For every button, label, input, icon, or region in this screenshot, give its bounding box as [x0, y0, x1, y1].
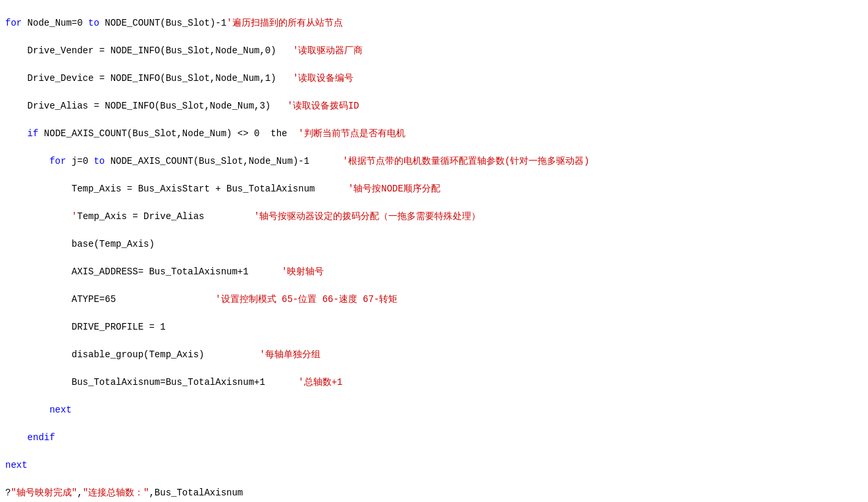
line-16: endif — [5, 431, 863, 445]
line-1: for Node_Num=0 to NODE_COUNT(Bus_Slot)-1… — [5, 16, 863, 30]
line-13: disable_group(Temp_Axis) '每轴单独分组 — [5, 348, 863, 362]
line-6: for j=0 to NODE_AXIS_COUNT(Bus_Slot,Node… — [5, 155, 863, 168]
code-editor: for Node_Num=0 to NODE_COUNT(Bus_Slot)-1… — [0, 0, 868, 502]
line-10: AXIS_ADDRESS= Bus_TotalAxisnum+1 '映射轴号 — [5, 265, 863, 279]
line-18: ?"轴号映射完成","连接总轴数：",Bus_TotalAxisnum — [5, 486, 863, 500]
line-7: Temp_Axis = Bus_AxisStart + Bus_TotalAxi… — [5, 182, 863, 196]
line-15: next — [5, 403, 863, 417]
line-14: Bus_TotalAxisnum=Bus_TotalAxisnum+1 '总轴数… — [5, 376, 863, 389]
line-5: if NODE_AXIS_COUNT(Bus_Slot,Node_Num) <>… — [5, 127, 863, 141]
line-3: Drive_Device = NODE_INFO(Bus_Slot,Node_N… — [5, 72, 863, 86]
line-8: 'Temp_Axis = Drive_Alias '轴号按驱动器设定的拨码分配（… — [5, 210, 863, 224]
line-12: DRIVE_PROFILE = 1 — [5, 320, 863, 334]
line-17: next — [5, 459, 863, 472]
line-2: Drive_Vender = NODE_INFO(Bus_Slot,Node_N… — [5, 44, 863, 58]
line-4: Drive_Alias = NODE_INFO(Bus_Slot,Node_Nu… — [5, 99, 863, 113]
line-9: base(Temp_Axis) — [5, 238, 863, 251]
line-11: ATYPE=65 '设置控制模式 65-位置 66-速度 67-转矩 — [5, 293, 863, 307]
